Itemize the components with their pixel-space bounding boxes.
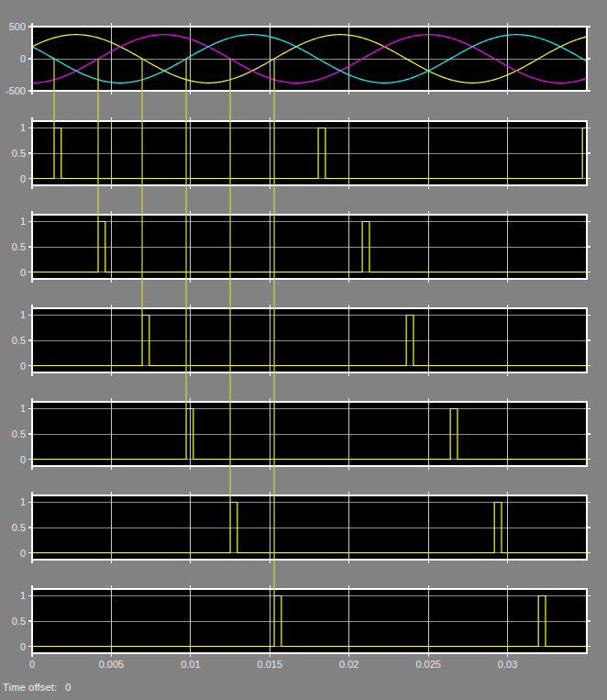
status-bar: Time offset:0	[3, 682, 72, 693]
x-tick-label: 0.02	[339, 659, 359, 670]
y-tick-label: 0	[20, 53, 26, 64]
y-tick-label: 0	[20, 361, 26, 372]
y-tick-label: 0.5	[12, 148, 26, 159]
plot-pulse-2: 10.50	[12, 211, 590, 283]
scope-window: 5000-50010.5010.5010.5010.5010.5010.5000…	[0, 0, 607, 700]
scope-plots: 5000-50010.5010.5010.5010.5010.5010.5000…	[0, 0, 607, 677]
x-tick-label: 0.03	[498, 659, 517, 670]
y-tick-label: 0.5	[12, 616, 26, 627]
x-tick-label: 0.005	[99, 659, 125, 670]
plot-pulse-3: 10.50	[12, 305, 590, 376]
y-tick-label: 0	[20, 548, 26, 559]
plot-pulse-6: 10.50	[12, 585, 590, 657]
x-tick-label: 0	[29, 659, 35, 670]
x-axis-labels: 00.0050.010.0150.020.0250.03	[29, 659, 517, 670]
y-tick-label: 0	[20, 641, 26, 652]
y-tick-label: 1	[20, 403, 26, 414]
x-tick-label: 0.01	[181, 659, 200, 670]
y-tick-label: 0.5	[12, 428, 26, 439]
y-tick-label: 0	[20, 454, 26, 465]
y-tick-label: 0.5	[12, 522, 26, 533]
y-tick-label: 0.5	[12, 241, 26, 252]
x-tick-label: 0.015	[258, 659, 283, 670]
y-tick-label: 500	[9, 21, 26, 32]
y-tick-label: 1	[20, 216, 26, 227]
y-tick-label: -500	[6, 85, 26, 96]
y-tick-label: 1	[20, 496, 26, 507]
time-offset-value: 0	[65, 682, 71, 693]
y-tick-label: 1	[20, 309, 26, 320]
y-tick-label: 0.5	[12, 335, 26, 346]
y-tick-label: 0	[20, 267, 26, 278]
plot-three-phase-voltages: 5000-500	[6, 21, 590, 96]
plot-pulse-5: 10.50	[12, 492, 590, 563]
x-tick-label: 0.025	[415, 659, 441, 670]
y-tick-label: 1	[20, 590, 26, 601]
y-tick-label: 0	[20, 173, 26, 184]
time-offset-label: Time offset:	[3, 682, 57, 693]
y-tick-label: 1	[20, 122, 26, 133]
plot-pulse-4: 10.50	[12, 398, 590, 470]
